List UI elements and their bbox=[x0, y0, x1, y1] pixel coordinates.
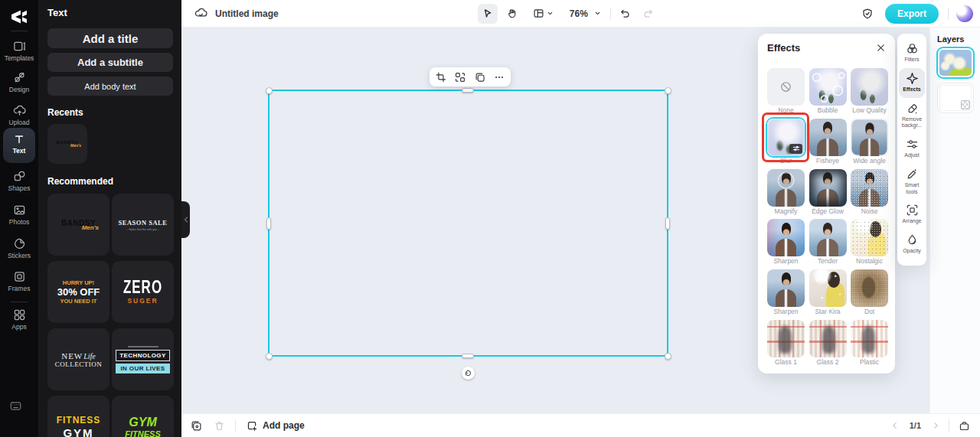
sidebar-item-photos[interactable]: Photos bbox=[0, 204, 38, 226]
recent-text-template[interactable]: BANDSY Men's bbox=[47, 124, 87, 164]
delete-page-button[interactable] bbox=[211, 417, 227, 434]
resize-handle-right[interactable] bbox=[665, 217, 670, 230]
hand-tool-button[interactable] bbox=[502, 4, 522, 24]
sidebar-item-upload[interactable]: Upload bbox=[0, 104, 38, 126]
replace-button[interactable] bbox=[452, 70, 468, 85]
canvas-size-button[interactable] bbox=[528, 4, 559, 24]
more-options-button[interactable] bbox=[492, 70, 507, 85]
rotate-handle[interactable] bbox=[462, 367, 475, 380]
none-icon bbox=[767, 68, 805, 106]
select-tool-button[interactable] bbox=[478, 4, 498, 24]
transparency-checker-icon bbox=[961, 100, 970, 109]
resize-handle-bottom-right[interactable] bbox=[665, 353, 671, 360]
template-gym-fitness[interactable]: GYM FITNESS bbox=[112, 396, 174, 437]
rail-item-filters[interactable]: Filters bbox=[897, 38, 926, 68]
effect-item-glass-1[interactable]: Glass 1 bbox=[767, 320, 805, 367]
resize-handle-bottom-left[interactable] bbox=[266, 353, 273, 360]
undo-button[interactable] bbox=[616, 4, 635, 24]
effect-item-plastic[interactable]: Plastic bbox=[851, 320, 888, 367]
effects-icon bbox=[906, 72, 919, 85]
apps-icon bbox=[13, 308, 26, 321]
bottom-bar: Add page 1/1 bbox=[181, 413, 980, 437]
sidebar-item-templates[interactable]: Templates bbox=[0, 40, 38, 62]
panel-collapse-tab[interactable] bbox=[181, 201, 190, 238]
effect-item-star-kira[interactable]: Star Kira bbox=[809, 269, 847, 316]
add-page-icon bbox=[247, 420, 258, 432]
add-title-button[interactable]: Add a title bbox=[47, 28, 173, 48]
close-icon[interactable] bbox=[874, 41, 887, 54]
template-technology[interactable]: TECHNOLOGY IN OUR LIVES bbox=[112, 328, 174, 390]
effect-item-nostalgic[interactable]: Nostalgic bbox=[851, 219, 888, 266]
template-discount[interactable]: HURRY UP! 30% OFF YOU NEED IT bbox=[47, 261, 109, 323]
add-body-text-button[interactable]: Add body text bbox=[47, 77, 173, 96]
text-panel: Text Add a title Add a subtitle Add body… bbox=[38, 0, 181, 437]
sidebar-item-apps[interactable]: Apps bbox=[0, 308, 38, 331]
document-title[interactable]: Untitled image bbox=[215, 8, 279, 19]
effect-item-magnify[interactable]: Magnify bbox=[767, 169, 805, 216]
effect-item-sharpen-2[interactable]: Sharpen bbox=[767, 269, 805, 316]
crop-button[interactable] bbox=[433, 70, 449, 85]
tool-rail: Filters Effects Removebackgr... Adjust bbox=[897, 34, 926, 266]
effect-item-dot[interactable]: Dot bbox=[851, 269, 888, 316]
opacity-icon bbox=[906, 233, 919, 246]
sidebar-item-text[interactable]: Text bbox=[0, 133, 38, 155]
effect-item-glass-2[interactable]: Glass 2 bbox=[809, 320, 847, 367]
effect-item-tender[interactable]: Tender bbox=[809, 219, 847, 266]
previous-page-chevron-icon[interactable] bbox=[891, 422, 899, 429]
sidebar-item-shapes[interactable]: Shapes bbox=[0, 170, 38, 192]
zoom-dropdown-chevron-icon[interactable] bbox=[594, 10, 601, 17]
resize-handle-left[interactable] bbox=[266, 217, 271, 230]
duplicate-button[interactable] bbox=[472, 70, 488, 85]
rail-item-adjust[interactable]: Adjust bbox=[897, 134, 926, 164]
recents-heading: Recents bbox=[47, 107, 83, 118]
top-bar: Untitled image 76% bbox=[181, 0, 980, 28]
template-bandsy[interactable]: BANDSY Men's bbox=[47, 194, 109, 256]
page-indicator: 1/1 bbox=[910, 421, 921, 430]
keyboard-shortcuts-icon[interactable] bbox=[10, 401, 21, 411]
resize-handle-bottom[interactable] bbox=[462, 354, 474, 358]
add-page-button[interactable]: Add page bbox=[247, 420, 305, 432]
resize-handle-top-right[interactable] bbox=[665, 87, 671, 94]
smart-tools-icon bbox=[906, 168, 919, 181]
effect-item-noise[interactable]: Noise bbox=[851, 169, 888, 216]
layer-item-image[interactable] bbox=[938, 48, 973, 77]
layers-panel: Layers bbox=[929, 28, 980, 413]
effect-item-none[interactable]: None bbox=[767, 68, 805, 115]
effect-item-edge-glow[interactable]: Edge Glow bbox=[809, 169, 847, 216]
add-subtitle-button[interactable]: Add a subtitle bbox=[47, 53, 173, 72]
next-page-chevron-icon[interactable] bbox=[932, 422, 939, 429]
remove-background-icon bbox=[906, 102, 919, 115]
privacy-shield-icon[interactable] bbox=[858, 4, 877, 24]
resize-handle-top-left[interactable] bbox=[266, 87, 273, 94]
chevron-left-icon bbox=[184, 217, 188, 223]
user-avatar[interactable] bbox=[956, 5, 973, 22]
effect-item-fisheye[interactable]: Fisheye bbox=[809, 119, 847, 165]
sidebar-item-design[interactable]: Design bbox=[0, 71, 38, 93]
adjust-effect-badge[interactable] bbox=[789, 144, 802, 154]
export-button[interactable]: Export bbox=[885, 4, 939, 24]
page-manager-button[interactable] bbox=[956, 417, 972, 434]
effect-item-wide-angle[interactable]: Wide angle bbox=[851, 119, 888, 165]
template-fitness-gym[interactable]: FITNESS GYM bbox=[47, 396, 109, 437]
effect-item-low-quality[interactable]: Low Quality bbox=[851, 68, 888, 115]
effect-item-sharpen[interactable]: Sharpen bbox=[767, 219, 805, 266]
rail-item-effects[interactable]: Effects bbox=[899, 68, 925, 98]
rail-item-remove-background[interactable]: Removebackgr... bbox=[897, 98, 926, 135]
effect-item-blur-selected[interactable]: Blur bbox=[767, 119, 805, 165]
capcut-logo-icon[interactable] bbox=[8, 6, 30, 26]
sidebar-item-frames[interactable]: Frames bbox=[0, 270, 38, 292]
sidebar-item-stickers[interactable]: Stickers bbox=[0, 237, 38, 259]
rail-item-arrange[interactable]: Arrange bbox=[897, 200, 926, 230]
cloud-save-icon[interactable] bbox=[194, 7, 207, 20]
template-season-sale[interactable]: SEASON SALE – Styles that flex with you … bbox=[112, 194, 174, 256]
layer-item-background[interactable] bbox=[938, 83, 973, 113]
rail-item-opacity[interactable]: Opacity bbox=[897, 230, 926, 259]
zoom-level[interactable]: 76% bbox=[570, 8, 588, 19]
redo-button[interactable] bbox=[639, 4, 658, 24]
effect-item-bubble[interactable]: Bubble bbox=[809, 68, 847, 115]
resize-handle-top[interactable] bbox=[462, 88, 474, 93]
template-new-life[interactable]: NEW Life COLLECTION bbox=[47, 328, 109, 390]
duplicate-page-button[interactable] bbox=[188, 417, 204, 434]
template-zero-suger[interactable]: ZERO SUGER bbox=[112, 261, 174, 323]
rail-item-smart-tools[interactable]: Smarttools bbox=[897, 164, 926, 201]
